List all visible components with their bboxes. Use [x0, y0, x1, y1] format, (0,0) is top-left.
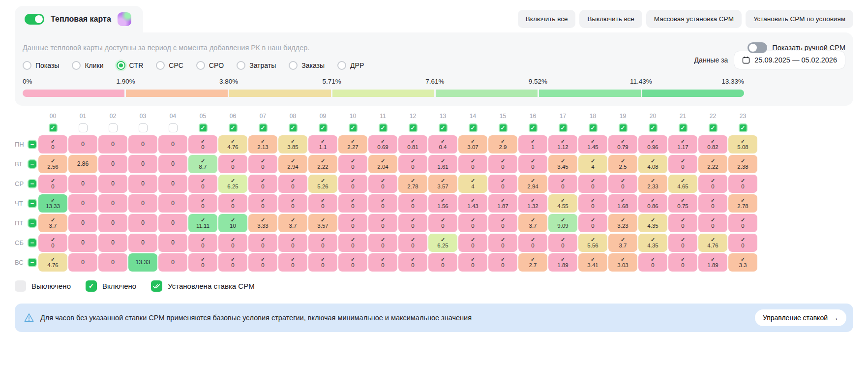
cell-sun-06[interactable]: ✓0	[218, 253, 247, 272]
cell-sun-23[interactable]: ✓3.3	[728, 253, 757, 272]
cell-thu-04[interactable]: 0	[158, 194, 187, 213]
cell-mon-08[interactable]: ✓3.85	[278, 135, 307, 153]
hour-checkbox-13[interactable]: ✓	[439, 123, 448, 132]
cell-fri-17[interactable]: ✓9.09	[548, 214, 577, 232]
cell-mon-11[interactable]: ✓0.69	[368, 135, 397, 153]
hour-checkbox-19[interactable]: ✓	[619, 123, 628, 132]
cell-thu-22[interactable]: ✓0	[698, 194, 727, 213]
cell-wed-18[interactable]: ✓0	[578, 175, 607, 193]
cell-sat-09[interactable]: ✓0	[308, 234, 337, 252]
cell-sat-03[interactable]: 0	[128, 234, 157, 252]
cell-sun-08[interactable]: ✓0	[278, 253, 307, 272]
cell-sat-20[interactable]: ✓4.35	[638, 234, 667, 252]
metric-radio-ctr[interactable]: CTR	[117, 61, 144, 70]
cell-wed-21[interactable]: ✓4.65	[668, 175, 697, 193]
cell-mon-15[interactable]: ✓2.9	[488, 135, 517, 153]
cell-thu-08[interactable]: ✓0	[278, 194, 307, 213]
heatmap-toggle[interactable]	[25, 14, 44, 25]
cell-tue-22[interactable]: ✓2.22	[698, 155, 727, 173]
cell-thu-07[interactable]: ✓0	[248, 194, 277, 213]
cell-thu-06[interactable]: ✓0	[218, 194, 247, 213]
cell-tue-04[interactable]: 0	[158, 155, 187, 173]
cell-sat-22[interactable]: ✓4.76	[698, 234, 727, 252]
cell-mon-22[interactable]: ✓0.82	[698, 135, 727, 153]
day-minus-button-wed[interactable]: −	[28, 179, 37, 188]
hour-checkbox-18[interactable]: ✓	[589, 123, 598, 132]
hour-checkbox-23[interactable]: ✓	[739, 123, 748, 132]
cell-wed-00[interactable]: ✓0	[38, 175, 67, 193]
cell-sat-01[interactable]: 0	[68, 234, 97, 252]
cell-wed-11[interactable]: ✓0	[368, 175, 397, 193]
hour-checkbox-11[interactable]: ✓	[379, 123, 388, 132]
cell-tue-17[interactable]: ✓3.45	[548, 155, 577, 173]
hour-checkbox-01[interactable]	[79, 123, 88, 132]
cell-wed-16[interactable]: ✓2.94	[518, 175, 547, 193]
cell-sun-16[interactable]: ✓2.7	[518, 253, 547, 272]
cell-fri-15[interactable]: ✓0	[488, 214, 517, 232]
cell-thu-11[interactable]: ✓0	[368, 194, 397, 213]
metric-radio-дрр[interactable]: ДРР	[337, 61, 364, 70]
cell-tue-03[interactable]: 0	[128, 155, 157, 173]
cell-thu-18[interactable]: ✓0	[578, 194, 607, 213]
hour-checkbox-05[interactable]: ✓	[199, 123, 208, 132]
cell-wed-01[interactable]: 0	[68, 175, 97, 193]
cell-mon-05[interactable]: ✓0	[188, 135, 217, 153]
cell-fri-22[interactable]: ✓0	[698, 214, 727, 232]
cell-sat-15[interactable]: ✓0	[488, 234, 517, 252]
cell-tue-15[interactable]: ✓0	[488, 155, 517, 173]
cell-tue-00[interactable]: ✓2.56	[38, 155, 67, 173]
cell-wed-06[interactable]: ✓6.25	[218, 175, 247, 193]
hour-checkbox-16[interactable]: ✓	[529, 123, 538, 132]
cell-sun-15[interactable]: ✓0	[488, 253, 517, 272]
cell-thu-02[interactable]: 0	[98, 194, 127, 213]
cell-tue-23[interactable]: ✓2.38	[728, 155, 757, 173]
cell-fri-16[interactable]: ✓3.7	[518, 214, 547, 232]
cell-fri-08[interactable]: ✓3.7	[278, 214, 307, 232]
cell-wed-20[interactable]: ✓2.33	[638, 175, 667, 193]
cell-wed-13[interactable]: ✓3.57	[428, 175, 457, 193]
cell-mon-13[interactable]: ✓0.4	[428, 135, 457, 153]
hour-checkbox-22[interactable]: ✓	[709, 123, 718, 132]
day-minus-button-sat[interactable]: −	[28, 238, 37, 247]
cell-tue-21[interactable]: ✓0	[668, 155, 697, 173]
cell-fri-18[interactable]: ✓0	[578, 214, 607, 232]
cell-tue-14[interactable]: ✓0	[458, 155, 487, 173]
disable-all-button[interactable]: Выключить все	[579, 10, 642, 28]
cell-tue-08[interactable]: ✓2.94	[278, 155, 307, 173]
cell-fri-05[interactable]: ✓11.11	[188, 214, 217, 232]
cell-fri-07[interactable]: ✓3.33	[248, 214, 277, 232]
cell-fri-12[interactable]: ✓0	[398, 214, 427, 232]
cell-sun-19[interactable]: ✓3.03	[608, 253, 637, 272]
cell-sat-10[interactable]: ✓0	[338, 234, 367, 252]
date-range-picker[interactable]: 25.09.2025 — 05.02.2026	[734, 51, 845, 69]
day-minus-button-mon[interactable]: −	[28, 140, 37, 149]
cell-tue-05[interactable]: ✓8.7	[188, 155, 217, 173]
cell-sat-07[interactable]: ✓0	[248, 234, 277, 252]
cell-wed-05[interactable]: ✓0	[188, 175, 217, 193]
cell-fri-01[interactable]: 0	[68, 214, 97, 232]
cell-thu-19[interactable]: ✓1.68	[608, 194, 637, 213]
cell-tue-18[interactable]: ✓4	[578, 155, 607, 173]
cell-wed-19[interactable]: ✓0	[608, 175, 637, 193]
cell-thu-05[interactable]: ✓0	[188, 194, 217, 213]
cell-mon-10[interactable]: ✓2.27	[338, 135, 367, 153]
cell-sun-02[interactable]: 0	[98, 253, 127, 272]
hour-checkbox-00[interactable]: ✓	[49, 123, 58, 132]
cell-wed-02[interactable]: 0	[98, 175, 127, 193]
day-minus-button-tue[interactable]: −	[28, 159, 37, 169]
cell-fri-09[interactable]: ✓3.57	[308, 214, 337, 232]
cell-sat-18[interactable]: ✓5.56	[578, 234, 607, 252]
cell-mon-23[interactable]: ✓5.08	[728, 135, 757, 153]
enable-all-button[interactable]: Включить все	[518, 10, 576, 28]
cell-sat-00[interactable]: ✓0	[38, 234, 67, 252]
cell-fri-06[interactable]: ✓10	[218, 214, 247, 232]
cell-sat-17[interactable]: ✓0	[548, 234, 577, 252]
cell-mon-07[interactable]: ✓2.13	[248, 135, 277, 153]
hour-checkbox-21[interactable]: ✓	[679, 123, 688, 132]
cell-wed-14[interactable]: ✓4	[458, 175, 487, 193]
cell-fri-13[interactable]: ✓0	[428, 214, 457, 232]
cell-mon-02[interactable]: 0	[98, 135, 127, 153]
cell-mon-03[interactable]: 0	[128, 135, 157, 153]
cell-fri-11[interactable]: ✓0	[368, 214, 397, 232]
cell-wed-17[interactable]: ✓0	[548, 175, 577, 193]
